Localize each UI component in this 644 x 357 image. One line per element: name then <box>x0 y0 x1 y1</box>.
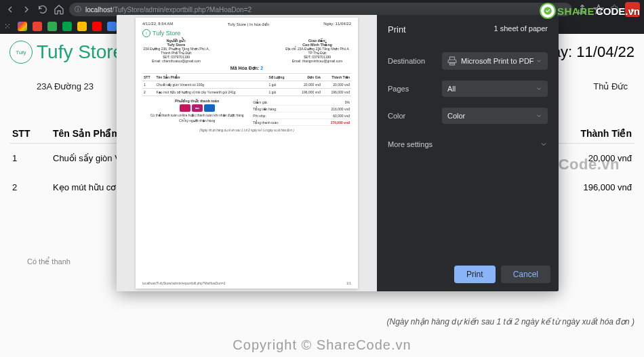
pages-select[interactable]: All <box>442 81 548 97</box>
print-options-pane: Print 1 sheet of paper Destination Micro… <box>377 15 559 291</box>
chevron-down-icon <box>536 85 542 92</box>
payment-logo-3 <box>204 104 215 112</box>
bookmark-maps-icon[interactable] <box>62 22 72 31</box>
print-preview-pane[interactable]: 4/11/22, 8:54 AM Tufy Store | In hóa đơn… <box>117 15 377 291</box>
destination-label: Destination <box>388 57 437 65</box>
url-path: /TufyStore/admin/exportbill.php?MaHoaDon… <box>112 6 251 14</box>
bookmark-youtube-icon[interactable] <box>92 22 102 31</box>
payment-logo-momo: mo <box>192 104 203 112</box>
more-settings-toggle[interactable]: More settings <box>377 129 559 159</box>
home-icon[interactable] <box>53 3 65 16</box>
color-select[interactable]: Color <box>442 108 548 124</box>
printer-icon <box>447 56 457 66</box>
print-dialog: 4/11/22, 8:54 AM Tufy Store | In hóa đơn… <box>117 15 559 291</box>
back-icon[interactable] <box>4 3 16 16</box>
print-button[interactable]: Print <box>454 266 496 283</box>
chevron-down-icon <box>540 140 548 148</box>
bookmark-sheets-icon[interactable] <box>47 22 57 31</box>
chevron-down-icon <box>536 112 542 119</box>
sharecode-badge: SHARECODE.vn <box>540 3 640 19</box>
destination-select[interactable]: Microsoft Print to PDF <box>442 52 548 70</box>
apps-icon[interactable]: ⁙ <box>4 22 11 31</box>
reload-icon[interactable] <box>37 3 49 16</box>
bookmark-keep-icon[interactable] <box>77 22 87 31</box>
address-bar[interactable]: ⓘ localhost/TufyStore/admin/exportbill.p… <box>69 3 572 16</box>
print-title: Print <box>388 24 406 35</box>
pages-label: Pages <box>388 85 437 93</box>
url-host: localhost <box>85 6 112 14</box>
sheet-count: 1 sheet of paper <box>494 24 548 35</box>
payment-logo-1 <box>180 104 190 112</box>
bookmark-translate-icon[interactable] <box>107 22 117 31</box>
preview-logo-icon: T <box>142 29 150 37</box>
bookmark-chrome-icon[interactable] <box>18 22 27 31</box>
sharecode-logo-icon <box>540 3 556 19</box>
cancel-button[interactable]: Cancel <box>501 266 550 283</box>
preview-page: 4/11/22, 8:54 AM Tufy Store | In hóa đơn… <box>136 18 358 289</box>
chevron-down-icon <box>536 58 542 64</box>
color-label: Color <box>388 112 437 120</box>
info-icon: ⓘ <box>75 5 81 14</box>
bookmark-gmail-icon[interactable] <box>33 22 42 31</box>
forward-icon[interactable] <box>20 3 33 16</box>
